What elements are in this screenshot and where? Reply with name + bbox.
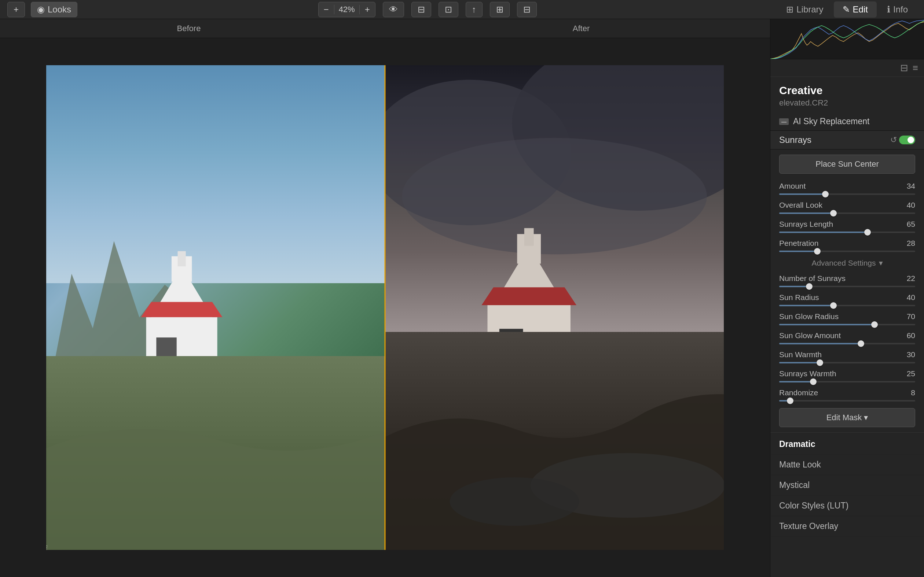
zoom-minus-button[interactable]: − bbox=[319, 2, 334, 17]
place-sun-center-button[interactable]: Place Sun Center bbox=[779, 155, 915, 174]
slider-thumb[interactable] bbox=[830, 302, 837, 309]
slider-fill bbox=[779, 324, 874, 325]
share-button[interactable]: ↑ bbox=[466, 2, 483, 17]
slider-track[interactable] bbox=[779, 362, 915, 363]
main-sliders: Amount 34 Overall Look 40 Sunrays Length… bbox=[771, 179, 924, 255]
info-icon: ℹ bbox=[887, 5, 890, 15]
add-button[interactable]: + bbox=[7, 2, 25, 17]
edit-mask-button[interactable]: Edit Mask ▾ bbox=[779, 408, 915, 427]
panel-title: Creative bbox=[771, 77, 924, 98]
slider-fill bbox=[779, 193, 825, 195]
list-item-texture-overlay[interactable]: Texture Overlay bbox=[771, 516, 924, 537]
slider-track[interactable] bbox=[779, 305, 915, 306]
library-icon: ⊞ bbox=[786, 5, 793, 15]
canvas-area: Before After bbox=[0, 19, 770, 577]
slider-thumb[interactable] bbox=[822, 191, 829, 197]
eye-icon: 👁 bbox=[389, 5, 398, 15]
list-item-color-styles-(lut)[interactable]: Color Styles (LUT) bbox=[771, 496, 924, 516]
slider-label-row: Sun Glow Amount 60 bbox=[779, 331, 915, 340]
slider-value: 34 bbox=[904, 182, 915, 190]
slider-value: 70 bbox=[904, 312, 915, 321]
before-foreground-svg bbox=[46, 380, 385, 550]
slider-row-sun-radius: Sun Radius 40 bbox=[771, 290, 924, 309]
slider-track[interactable] bbox=[779, 286, 915, 287]
slider-value: 40 bbox=[904, 293, 915, 302]
slider-thumb[interactable] bbox=[817, 359, 823, 366]
crop-button[interactable]: ⊡ bbox=[439, 2, 458, 17]
slider-label: Sun Glow Amount bbox=[779, 331, 841, 340]
photo-frame: Raffaele_Cabria bbox=[46, 65, 724, 550]
ai-sky-checkbox[interactable]: — bbox=[779, 118, 789, 125]
eye-button[interactable]: 👁 bbox=[383, 2, 404, 17]
slider-fill bbox=[779, 362, 820, 363]
tab-edit[interactable]: ✎ Edit bbox=[834, 2, 877, 18]
slider-thumb[interactable] bbox=[871, 321, 878, 328]
panel-top-icons: ⊟ ≡ bbox=[771, 60, 924, 77]
slider-value: 8 bbox=[904, 388, 915, 397]
list-item-matte-look[interactable]: Matte Look bbox=[771, 455, 924, 475]
slider-track[interactable] bbox=[779, 343, 915, 344]
sliders-icon-btn[interactable]: ≡ bbox=[910, 61, 920, 74]
toolbar-center: − 42% + 👁 ⊟ ⊡ ↑ ⊞ ⊟ bbox=[83, 2, 772, 17]
library-label: Library bbox=[796, 5, 823, 15]
slider-label: Number of Sunrays bbox=[779, 274, 845, 283]
before-label: Before bbox=[0, 24, 385, 33]
slider-track[interactable] bbox=[779, 232, 915, 233]
slider-fill bbox=[779, 251, 817, 252]
tab-library[interactable]: ⊞ Library bbox=[777, 2, 832, 18]
grid-button[interactable]: ⊞ bbox=[490, 2, 510, 17]
slider-value: 22 bbox=[904, 274, 915, 283]
slider-fill bbox=[779, 343, 861, 344]
slider-fill bbox=[779, 213, 834, 214]
svg-rect-13 bbox=[524, 228, 534, 246]
slider-thumb[interactable] bbox=[806, 283, 813, 290]
svg-point-21 bbox=[450, 477, 579, 526]
zoom-control: − 42% + bbox=[318, 2, 375, 17]
slider-thumb[interactable] bbox=[814, 248, 821, 255]
window-button[interactable]: ⊟ bbox=[517, 2, 537, 17]
slider-fill bbox=[779, 286, 809, 287]
slider-track[interactable] bbox=[779, 193, 915, 195]
advanced-settings-btn[interactable]: Advanced Settings ▾ bbox=[771, 255, 924, 271]
slider-thumb[interactable] bbox=[858, 340, 864, 347]
list-item-mystical[interactable]: Mystical bbox=[771, 475, 924, 496]
add-icon: + bbox=[14, 5, 19, 15]
slider-label-row: Sun Warmth 30 bbox=[779, 350, 915, 359]
histogram bbox=[771, 19, 924, 60]
before-after-bar: Before After bbox=[0, 19, 770, 38]
panel-content: Creative elevated.CR2 — AI Sky Replaceme… bbox=[771, 77, 924, 577]
slider-track[interactable] bbox=[779, 251, 915, 252]
toolbar: + ◉ Looks − 42% + 👁 ⊟ ⊡ ↑ ⊞ ⊟ ⊞ bbox=[0, 0, 924, 19]
slider-thumb[interactable] bbox=[810, 379, 817, 385]
slider-row-penetration: Penetration 28 bbox=[771, 236, 924, 255]
compare-button[interactable]: ⊟ bbox=[411, 2, 431, 17]
looks-button[interactable]: ◉ Looks bbox=[31, 2, 78, 17]
layers-icon-btn[interactable]: ⊟ bbox=[898, 61, 910, 74]
slider-thumb[interactable] bbox=[787, 398, 793, 404]
slider-thumb[interactable] bbox=[830, 210, 837, 216]
panel-subtitle: elevated.CR2 bbox=[771, 98, 924, 113]
looks-icon: ◉ bbox=[37, 5, 45, 15]
slider-thumb[interactable] bbox=[864, 229, 871, 235]
slider-label: Sun Radius bbox=[779, 293, 819, 302]
slider-label: Overall Look bbox=[779, 201, 822, 210]
slider-track[interactable] bbox=[779, 381, 915, 382]
sunrays-toggle[interactable] bbox=[899, 135, 915, 144]
after-label: After bbox=[385, 24, 770, 33]
sunrays-reset-btn[interactable]: ↺ bbox=[888, 134, 899, 145]
share-icon: ↑ bbox=[472, 5, 476, 15]
slider-row-sun-glow-radius: Sun Glow Radius 70 bbox=[771, 309, 924, 328]
slider-track[interactable] bbox=[779, 213, 915, 214]
slider-label: Sun Glow Radius bbox=[779, 312, 838, 321]
ai-sky-item[interactable]: — AI Sky Replacement bbox=[771, 113, 924, 131]
slider-value: 28 bbox=[904, 239, 915, 248]
slider-track[interactable] bbox=[779, 400, 915, 401]
right-panel: ⊟ ≡ Creative elevated.CR2 — AI Sky Repla… bbox=[770, 19, 924, 577]
tab-info[interactable]: ℹ Info bbox=[878, 2, 917, 18]
slider-track[interactable] bbox=[779, 324, 915, 325]
zoom-plus-button[interactable]: + bbox=[360, 2, 375, 17]
photo-divider bbox=[384, 65, 386, 550]
slider-label-row: Sunrays Length 65 bbox=[779, 220, 915, 229]
list-item-dramatic[interactable]: Dramatic bbox=[771, 434, 924, 455]
zoom-value: 42% bbox=[334, 5, 360, 14]
